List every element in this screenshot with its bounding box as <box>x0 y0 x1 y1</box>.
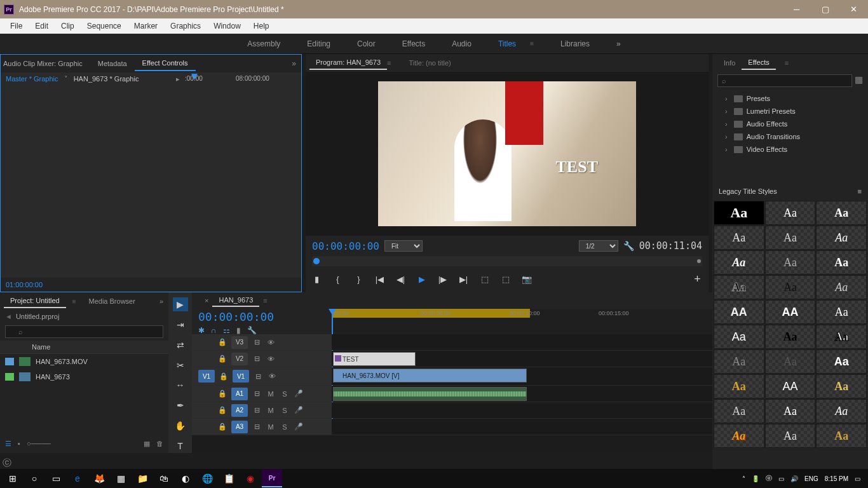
task-view-icon[interactable]: ▭ <box>46 470 66 487</box>
mic-icon[interactable]: 🎤 <box>294 423 304 431</box>
list-view-icon[interactable]: ☰ <box>5 440 11 448</box>
timeline-current-time[interactable]: 00:00:00:00 <box>198 310 325 323</box>
panel-overflow[interactable]: » <box>284 56 301 71</box>
ripple-edit-tool[interactable]: ⇄ <box>173 338 188 352</box>
title-style[interactable]: Aa <box>816 399 867 423</box>
project-item[interactable]: HAN_9673 <box>0 369 168 384</box>
title-style[interactable]: Aa <box>816 226 867 250</box>
tab-media-browser[interactable]: Media Browser <box>83 295 142 308</box>
program-scrubber[interactable] <box>312 256 702 266</box>
effects-search-input[interactable] <box>717 74 852 87</box>
track-label[interactable]: A1 <box>231 388 248 400</box>
start-button[interactable]: ⊞ <box>3 470 23 487</box>
track-select-tool[interactable]: ⇥ <box>173 318 188 332</box>
title-style[interactable]: Aa <box>816 349 867 374</box>
menu-file[interactable]: File <box>4 20 29 32</box>
sync-lock-icon[interactable]: ⊟ <box>252 338 262 346</box>
action-center-icon[interactable]: ▭ <box>855 475 860 482</box>
marker-icon[interactable]: ▮ <box>236 326 241 335</box>
project-menu-icon[interactable]: ≡ <box>66 295 83 308</box>
eye-icon[interactable]: 👁 <box>267 372 277 380</box>
effects-preset-icon[interactable]: ▦ <box>855 74 863 87</box>
title-style[interactable]: Aa <box>714 325 764 349</box>
timeline-tab[interactable]: HAN_9673 <box>212 294 259 307</box>
source-track-label[interactable]: V1 <box>198 370 215 383</box>
store-icon[interactable]: 🛍 <box>154 470 174 487</box>
out-point-button[interactable]: } <box>354 274 363 284</box>
eye-icon[interactable]: 👁 <box>266 355 276 363</box>
lock-icon[interactable]: 🔒 <box>219 372 229 381</box>
tab-metadata[interactable]: Metadata <box>90 57 135 71</box>
hand-tool[interactable]: ✋ <box>173 419 188 433</box>
tree-audio-transitions[interactable]: Audio Transitions <box>712 130 868 143</box>
audio-clip[interactable] <box>333 387 527 401</box>
title-style[interactable]: Aa <box>714 226 764 250</box>
razor-tool[interactable]: ✂ <box>173 358 188 372</box>
type-tool[interactable]: T <box>173 439 188 453</box>
premiere-taskbar-icon[interactable]: Pr <box>262 470 282 487</box>
creative-cloud-icon[interactable]: ◉ <box>240 470 261 487</box>
step-forward-button[interactable]: |▶ <box>438 274 447 284</box>
track-label[interactable]: A2 <box>231 404 248 417</box>
go-to-out-button[interactable]: ▶| <box>459 274 468 284</box>
app-icon[interactable]: 🌐 <box>197 470 217 487</box>
menu-graphics[interactable]: Graphics <box>164 20 207 32</box>
workspace-assembly[interactable]: Assembly <box>243 37 284 51</box>
effects-menu-icon[interactable]: ≡ <box>778 57 795 69</box>
title-style[interactable]: Aa <box>714 399 764 423</box>
menu-clip[interactable]: Clip <box>55 20 81 32</box>
title-style[interactable]: Aa <box>816 325 867 349</box>
go-to-in-button[interactable]: |◀ <box>375 274 384 284</box>
tree-presets[interactable]: Presets <box>712 92 868 105</box>
workspace-menu-icon[interactable]: ≡ <box>526 37 538 50</box>
add-button[interactable]: + <box>693 273 702 286</box>
video-clip[interactable]: HAN_9673.MOV [V] <box>333 369 527 383</box>
new-item-icon[interactable]: ▦ <box>144 440 150 448</box>
tab-program[interactable]: Program: HAN_9673 <box>309 56 387 70</box>
workspace-color[interactable]: Color <box>353 37 379 51</box>
tab-effects[interactable]: Effects <box>742 56 775 70</box>
tray-clock[interactable]: 8:15 PM <box>825 475 848 482</box>
play-button[interactable]: ▶ <box>417 274 426 284</box>
back-icon[interactable]: ◄ <box>5 313 12 320</box>
title-style[interactable]: AA <box>765 374 816 398</box>
menu-edit[interactable]: Edit <box>29 20 55 32</box>
project-item[interactable]: HAN_9673.MOV <box>0 354 168 369</box>
tray-language[interactable]: ENG <box>804 475 818 482</box>
lock-icon[interactable]: 🔒 <box>217 355 227 363</box>
tab-title[interactable]: Title: (no title) <box>403 57 458 69</box>
magnet-icon[interactable]: ∩ <box>211 326 217 335</box>
program-video-area[interactable]: TEST <box>306 72 709 236</box>
app-icon[interactable]: ◐ <box>175 470 196 487</box>
solo-button[interactable]: S <box>280 390 290 398</box>
tray-app-icon[interactable]: ⓔ <box>766 474 772 483</box>
step-back-button[interactable]: ◀| <box>396 274 405 284</box>
title-style[interactable]: Aa <box>816 250 867 274</box>
close-button[interactable]: ✕ <box>839 0 868 18</box>
workspace-overflow[interactable]: » <box>613 37 625 51</box>
timeline-menu-icon[interactable]: ≡ <box>263 297 267 304</box>
track-label[interactable]: V3 <box>231 336 248 349</box>
explorer-icon[interactable]: 📁 <box>132 470 153 487</box>
export-frame-button[interactable]: 📷 <box>522 274 531 284</box>
mic-icon[interactable]: 🎤 <box>294 406 304 414</box>
maximize-button[interactable]: ▢ <box>811 0 839 18</box>
project-name-header[interactable]: Name <box>0 341 168 354</box>
title-style[interactable]: Aa <box>714 424 764 448</box>
title-style[interactable]: AA <box>714 300 764 324</box>
tab-audio-clip-mixer[interactable]: Audio Clip Mixer: Graphic <box>1 57 90 71</box>
menu-marker[interactable]: Marker <box>128 20 164 32</box>
lock-icon[interactable]: 🔒 <box>217 406 227 414</box>
lock-icon[interactable]: 🔒 <box>217 423 227 431</box>
title-style[interactable]: Aa <box>765 424 816 448</box>
title-style[interactable]: Aa <box>714 250 764 274</box>
title-style[interactable]: Aa <box>816 201 867 225</box>
program-current-time[interactable]: 00:00:00:00 <box>312 240 379 252</box>
title-style[interactable]: Aa <box>816 374 867 398</box>
in-point-button[interactable]: { <box>333 274 342 284</box>
cortana-icon[interactable]: ○ <box>24 470 44 487</box>
title-style[interactable]: Aa <box>816 300 867 324</box>
mute-button[interactable]: M <box>266 407 276 414</box>
pen-tool[interactable]: ✒ <box>173 398 188 412</box>
tray-volume-icon[interactable]: 🔊 <box>790 475 798 482</box>
